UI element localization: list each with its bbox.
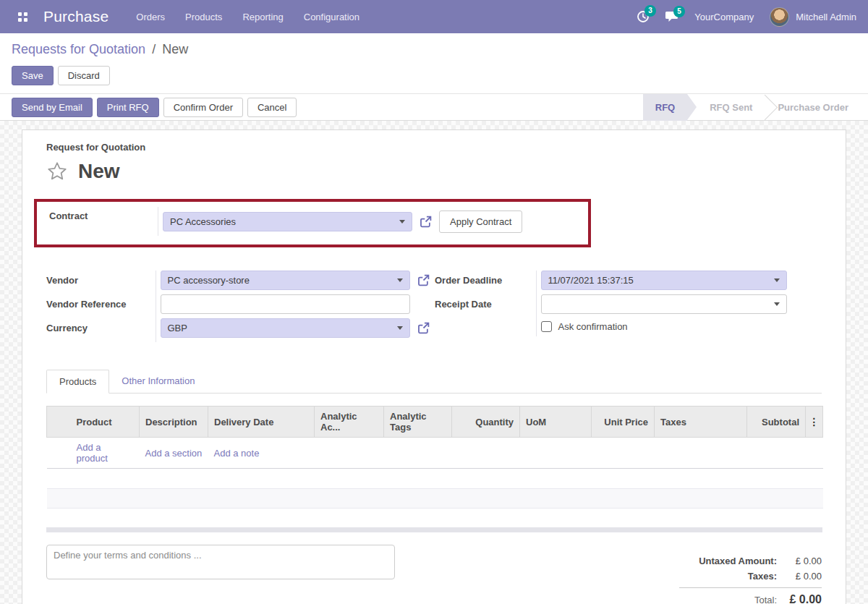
activities-icon[interactable]: 3 bbox=[637, 10, 650, 23]
col-header-description[interactable]: Description bbox=[140, 407, 208, 438]
empty-row bbox=[47, 489, 823, 509]
message-count-badge: 5 bbox=[673, 6, 685, 17]
taxes-label: Taxes: bbox=[748, 571, 777, 582]
send-by-email-button[interactable]: Send by Email bbox=[12, 98, 93, 117]
state-rfq[interactable]: RFQ bbox=[643, 94, 687, 121]
col-header-product[interactable]: Product bbox=[71, 407, 140, 438]
taxes-value: £ 0.00 bbox=[787, 571, 822, 582]
vendor-value: PC accessory-store bbox=[168, 275, 391, 286]
currency-select[interactable]: GBP bbox=[161, 318, 410, 338]
vendor-select[interactable]: PC accessory-store bbox=[161, 271, 410, 290]
contract-external-link-icon[interactable] bbox=[419, 215, 433, 229]
company-switcher[interactable]: YourCompany bbox=[694, 12, 754, 22]
contract-value: PC Accessories bbox=[170, 216, 393, 227]
user-avatar bbox=[770, 7, 789, 27]
apply-contract-button[interactable]: Apply Contract bbox=[439, 210, 522, 233]
col-header-uom[interactable]: UoM bbox=[520, 407, 592, 438]
form-subtitle: Request for Quotation bbox=[46, 142, 822, 153]
right-field-group: Order Deadline 11/07/2021 15:37:15 Recei… bbox=[435, 271, 822, 342]
terms-and-conditions-input[interactable] bbox=[46, 545, 395, 579]
add-a-note-link[interactable]: Add a note bbox=[214, 448, 260, 459]
order-deadline-select[interactable]: 11/07/2021 15:37:15 bbox=[541, 271, 787, 290]
order-lines-table: Product Description Delivery Date Analyt… bbox=[46, 406, 823, 526]
vendor-external-link-icon[interactable] bbox=[417, 273, 430, 287]
vendor-reference-label: Vendor Reference bbox=[46, 294, 156, 318]
order-deadline-label: Order Deadline bbox=[435, 271, 536, 294]
statusbar: Send by Email Print RFQ Confirm Order Ca… bbox=[0, 93, 868, 121]
confirm-order-button[interactable]: Confirm Order bbox=[163, 98, 243, 117]
cancel-button[interactable]: Cancel bbox=[247, 98, 297, 117]
total-value: £ 0.00 bbox=[787, 593, 822, 604]
receipt-date-input[interactable] bbox=[541, 294, 787, 314]
col-header-delivery-date[interactable]: Delivery Date bbox=[208, 407, 315, 438]
state-purchase-order[interactable]: Purchase Order bbox=[765, 94, 861, 121]
untaxed-amount-label: Untaxed Amount: bbox=[699, 556, 777, 566]
print-rfq-button[interactable]: Print RFQ bbox=[97, 98, 159, 117]
col-header-analytic-tags[interactable]: Analytic Tags bbox=[384, 407, 452, 438]
caret-down-icon bbox=[397, 326, 403, 330]
menu-products[interactable]: Products bbox=[176, 7, 231, 27]
col-header-subtotal[interactable]: Subtotal bbox=[747, 407, 806, 438]
form-sheet: Request for Quotation New Contract PC Ac… bbox=[22, 129, 846, 604]
tab-products[interactable]: Products bbox=[46, 370, 109, 394]
activity-count-badge: 3 bbox=[644, 5, 656, 17]
untaxed-amount-value: £ 0.00 bbox=[787, 556, 822, 566]
table-header-row: Product Description Delivery Date Analyt… bbox=[47, 407, 823, 438]
order-deadline-value: 11/07/2021 15:37:15 bbox=[548, 275, 768, 286]
add-a-product-link[interactable]: Add a product bbox=[77, 442, 108, 464]
column-options-icon[interactable]: ⋮ bbox=[806, 407, 823, 438]
table-horizontal-scrollbar[interactable] bbox=[46, 527, 822, 532]
favorite-star-icon[interactable] bbox=[46, 161, 68, 182]
app-name[interactable]: Purchase bbox=[43, 8, 109, 25]
order-totals: Untaxed Amount: £ 0.00 Taxes: £ 0.00 Tot… bbox=[679, 553, 822, 604]
col-header-unit-price[interactable]: Unit Price bbox=[592, 407, 655, 438]
left-field-group: Vendor PC accessory-store bbox=[46, 271, 435, 342]
currency-label: Currency bbox=[46, 318, 156, 342]
row-handle-column bbox=[47, 407, 71, 438]
main-menu: Orders Products Reporting Configuration bbox=[127, 7, 368, 27]
contract-label: Contract bbox=[49, 207, 158, 236]
vendor-label: Vendor bbox=[46, 271, 156, 294]
totals-divider bbox=[679, 587, 822, 588]
breadcrumb-separator: / bbox=[152, 42, 156, 56]
messages-icon[interactable]: 5 bbox=[665, 11, 678, 23]
state-steps: RFQ RFQ Sent Purchase Order bbox=[643, 94, 861, 121]
discard-button[interactable]: Discard bbox=[58, 66, 110, 85]
user-menu[interactable]: Mitchell Admin bbox=[770, 7, 856, 27]
caret-down-icon bbox=[399, 220, 405, 224]
col-header-analytic-account[interactable]: Analytic Ac... bbox=[315, 407, 384, 438]
form-view-background: Request for Quotation New Contract PC Ac… bbox=[0, 121, 868, 604]
save-button[interactable]: Save bbox=[12, 66, 54, 85]
breadcrumb-parent[interactable]: Requests for Quotation bbox=[12, 42, 145, 56]
notebook-tabs: Products Other Information bbox=[46, 370, 822, 394]
menu-orders[interactable]: Orders bbox=[127, 7, 174, 27]
user-name: Mitchell Admin bbox=[796, 12, 856, 22]
tab-other-information[interactable]: Other Information bbox=[109, 370, 207, 393]
menu-configuration[interactable]: Configuration bbox=[295, 7, 368, 27]
breadcrumb-current: New bbox=[162, 42, 188, 56]
empty-row bbox=[47, 469, 823, 489]
contract-highlight-box: Contract PC Accessories Apply Contract bbox=[34, 199, 591, 247]
col-header-taxes[interactable]: Taxes bbox=[655, 407, 747, 438]
control-panel: Requests for Quotation / New Save Discar… bbox=[0, 33, 868, 93]
top-navbar: Purchase Orders Products Reporting Confi… bbox=[0, 0, 868, 33]
record-title: New bbox=[78, 160, 120, 183]
col-header-quantity[interactable]: Quantity bbox=[452, 407, 520, 438]
ask-confirmation-checkbox[interactable] bbox=[541, 321, 552, 332]
empty-row bbox=[47, 509, 823, 526]
currency-value: GBP bbox=[168, 323, 391, 333]
contract-select[interactable]: PC Accessories bbox=[163, 212, 412, 231]
caret-down-icon bbox=[774, 278, 780, 282]
total-label: Total: bbox=[754, 595, 777, 604]
add-a-section-link[interactable]: Add a section bbox=[145, 448, 203, 459]
caret-down-icon bbox=[774, 302, 780, 306]
menu-reporting[interactable]: Reporting bbox=[234, 7, 292, 27]
vendor-reference-input[interactable] bbox=[161, 294, 410, 314]
ask-confirmation-label: Ask confirmation bbox=[558, 321, 628, 332]
apps-menu-icon[interactable] bbox=[12, 6, 33, 27]
breadcrumb: Requests for Quotation / New bbox=[12, 42, 856, 57]
caret-down-icon bbox=[397, 278, 403, 282]
add-line-row: Add a product Add a section Add a note bbox=[47, 438, 823, 469]
currency-external-link-icon[interactable] bbox=[417, 321, 430, 335]
receipt-date-label: Receipt Date bbox=[435, 294, 536, 318]
